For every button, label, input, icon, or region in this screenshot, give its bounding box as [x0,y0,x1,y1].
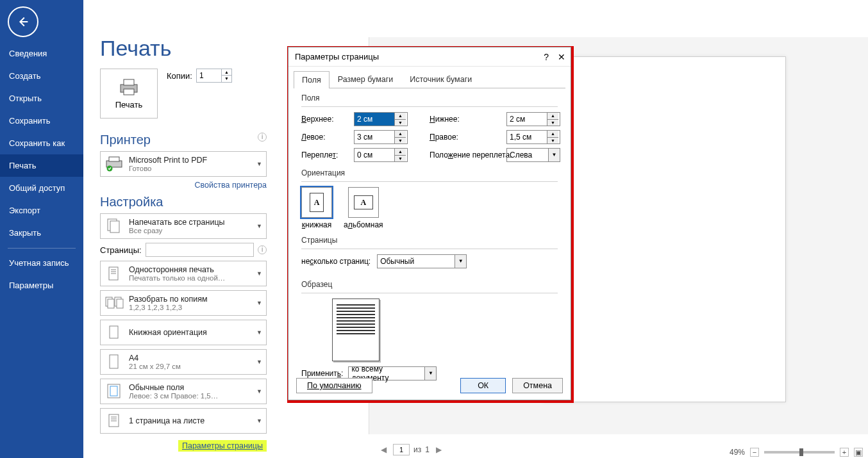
copies-input[interactable] [197,71,221,80]
portrait-icon [104,323,124,342]
right-margin-input[interactable]: ▲▼ [506,130,560,144]
backstage-sidebar: Сведения Создать Открыть Сохранить Сохра… [0,0,83,458]
right-margin-label: Правое: [430,133,506,142]
page-sep: из [413,445,421,454]
orientation-combo[interactable]: Книжная ориентация ▼ [100,320,267,345]
nav-close[interactable]: Закрыть [0,222,83,244]
zoom-in-button[interactable]: + [840,448,849,457]
printer-properties-link[interactable]: Свойства принтера [100,181,267,190]
top-margin-input[interactable]: ▲▼ [354,112,408,126]
svg-rect-1 [124,79,134,85]
printer-name: Microsoft Print to PDF [129,156,262,165]
svg-rect-4 [109,157,119,161]
collate-combo[interactable]: Разобрать по копиям1,2,3 1,2,3 1,2,3 ▼ [100,290,267,316]
multipage-label: несколько страниц: [301,257,371,266]
dialog-help-icon[interactable]: ? [544,52,549,62]
printer-section-title: Принтерi [100,133,267,147]
margins-group-label: Поля [301,94,558,105]
svg-rect-2 [124,89,134,95]
zoom-value: 49% [730,448,745,457]
default-button[interactable]: По умолчанию [296,378,372,393]
gutter-label: Переплет: [301,151,354,159]
print-button[interactable]: Печать [100,69,158,119]
tab-margins[interactable]: Поля [294,71,330,88]
printer-status: Готово [129,165,262,172]
gutter-pos-label: Положение переплета: [430,151,506,159]
pages-per-sheet-combo[interactable]: 1 страница на листе ▼ [100,408,267,434]
svg-rect-7 [110,221,119,233]
margins-combo[interactable]: Обычные поляЛевое: 3 см Правое: 1,5… ▼ [100,379,267,404]
copies-up[interactable]: ▲ [222,69,231,76]
svg-rect-13 [108,299,114,308]
zoom-fit-button[interactable]: ▣ [854,448,863,457]
pages-label: Страницы: [100,245,142,255]
nav-saveas[interactable]: Сохранить как [0,132,83,154]
nav-options[interactable]: Параметры [0,274,83,297]
cancel-button[interactable]: Отмена [512,378,563,393]
orientation-portrait[interactable]: A книжная [301,187,332,229]
multipage-select[interactable]: Обычный▼ [377,254,467,268]
svg-rect-15 [117,299,123,308]
printer-icon [118,78,140,96]
tab-paper-size[interactable]: Размер бумаги [330,70,402,88]
nav-open[interactable]: Открыть [0,87,83,110]
copies-down[interactable]: ▼ [222,76,231,82]
paper-icon [104,352,124,372]
left-margin-input[interactable]: ▲▼ [354,130,408,144]
sheet-icon [104,411,124,430]
nav-account[interactable]: Учетная запись [0,252,83,274]
chevron-down-icon: ▼ [256,161,262,167]
back-button[interactable] [8,6,38,37]
nav-print[interactable]: Печать [0,154,83,177]
printer-ready-icon [104,154,124,174]
collate-icon [104,293,124,313]
settings-section-title: Настройка [100,195,267,209]
nav-save[interactable]: Сохранить [0,110,83,132]
papersize-combo[interactable]: A421 см x 29,7 см ▼ [100,349,267,375]
zoom-slider[interactable] [764,451,835,454]
top-margin-label: Верхнее: [301,115,354,124]
current-page-input[interactable] [393,444,410,455]
gutter-input[interactable]: ▲▼ [354,148,408,162]
margins-icon [104,382,124,401]
pages-group-label: Страницы [301,236,558,247]
pages-icon [104,217,124,236]
nav-info[interactable]: Сведения [0,42,83,65]
zoom-out-button[interactable]: − [750,448,759,457]
page-setup-link[interactable]: Параметры страницы [178,440,267,452]
printer-combo[interactable]: Microsoft Print to PDFГотово ▼ [100,151,267,177]
page-setup-dialog: Параметры страницы ? ✕ Поля Размер бумаг… [288,47,571,400]
ok-button[interactable]: ОК [460,378,506,393]
page-total: 1 [425,445,430,454]
dialog-close-icon[interactable]: ✕ [558,52,565,62]
nav-new[interactable]: Создать [0,65,83,87]
single-side-icon [104,264,124,283]
preview-group-label: Образец [301,280,558,291]
print-range-combo[interactable]: Напечатать все страницыВсе сразу ▼ [100,213,267,239]
next-page-button[interactable]: ▶ [433,445,444,454]
info-icon[interactable]: i [258,245,267,254]
nav-export[interactable]: Экспорт [0,199,83,222]
copies-label: Копии: [167,71,192,81]
left-margin-label: Левое: [301,133,354,142]
sample-preview [332,299,380,361]
preview-page [542,56,786,402]
copies-spinner[interactable]: ▲▼ [196,69,232,83]
apply-to-label: Применить: [301,369,343,378]
bottom-margin-label: Нижнее: [430,115,506,124]
pages-input[interactable] [146,243,254,257]
page-title: Печать [100,36,267,61]
svg-rect-17 [110,355,118,368]
bottom-margin-input[interactable]: ▲▼ [506,112,560,126]
print-button-label: Печать [115,100,143,110]
dialog-title: Параметры страницы [295,52,379,61]
sides-combo[interactable]: Односторонняя печатьПечатать только на о… [100,261,267,286]
orientation-landscape[interactable]: A альбомная [344,187,383,229]
svg-rect-16 [110,326,118,338]
info-icon[interactable]: i [258,133,267,142]
tab-paper-source[interactable]: Источник бумаги [401,70,480,88]
gutter-pos-select[interactable]: Слева▼ [506,148,560,162]
prev-page-button[interactable]: ◀ [378,445,389,454]
nav-share[interactable]: Общий доступ [0,177,83,199]
orientation-group-label: Ориентация [301,168,558,180]
